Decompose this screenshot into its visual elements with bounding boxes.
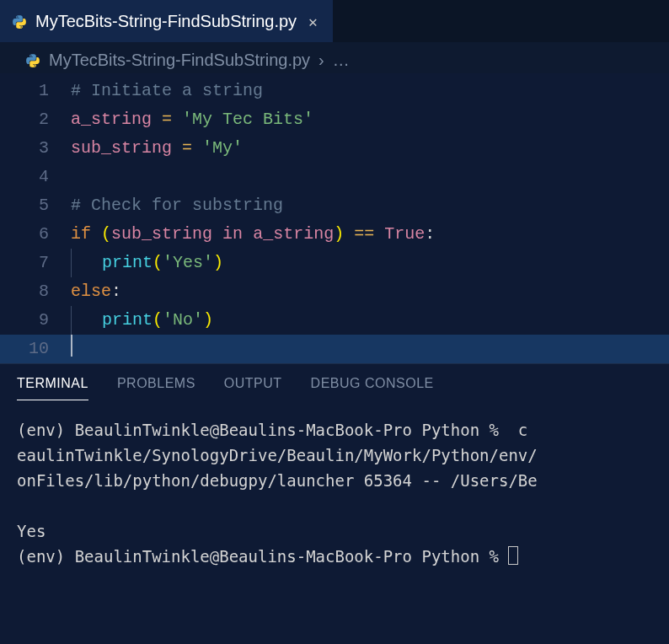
- code-token: [243, 224, 253, 244]
- python-icon: [12, 14, 27, 30]
- terminal-line: eaulinTwinkle/SynologyDrive/Beaulin/MyWo…: [17, 443, 652, 468]
- code-content[interactable]: print('Yes'): [71, 249, 669, 277]
- tab-label: MyTecBits-String-FindSubString.py: [35, 12, 297, 31]
- line-number: 1: [0, 77, 71, 105]
- line-number: 5: [0, 191, 71, 220]
- panel-tab-terminal[interactable]: TERMINAL: [17, 376, 88, 400]
- code-token: ): [213, 253, 223, 272]
- code-token: print: [102, 253, 153, 272]
- code-line[interactable]: 3sub_string = 'My': [0, 134, 669, 163]
- code-line[interactable]: 10: [0, 335, 669, 363]
- code-token: in: [222, 224, 243, 244]
- code-token: [152, 110, 162, 129]
- code-content[interactable]: else:: [71, 277, 669, 306]
- code-token: a_string: [253, 224, 334, 244]
- code-token: ): [203, 310, 213, 330]
- code-token: :: [111, 282, 121, 301]
- code-line[interactable]: 8else:: [0, 277, 669, 306]
- code-token: if: [71, 224, 91, 244]
- bottom-panel: TERMINALPROBLEMSOUTPUTDEBUG CONSOLE (env…: [0, 363, 669, 644]
- breadcrumb-file: MyTecBits-String-FindSubString.py: [49, 51, 310, 70]
- code-token: [212, 224, 222, 244]
- breadcrumb-rest: …: [333, 51, 350, 70]
- code-token: # Initiate a string: [71, 81, 263, 100]
- code-content[interactable]: [71, 335, 669, 363]
- code-token: (: [153, 310, 163, 330]
- code-token: sub_string: [71, 138, 172, 158]
- code-token: 'My Tec Bits': [182, 110, 313, 129]
- line-number: 3: [0, 134, 71, 163]
- chevron-right-icon: ›: [318, 51, 324, 70]
- code-token: [192, 138, 202, 158]
- code-token: a_string: [71, 110, 152, 129]
- code-line[interactable]: 2a_string = 'My Tec Bits': [0, 105, 669, 134]
- code-content[interactable]: if (sub_string in a_string) == True:: [71, 220, 669, 249]
- code-token: else: [71, 282, 111, 301]
- code-token: ==: [354, 224, 374, 244]
- indent-guide: [71, 306, 72, 335]
- code-line[interactable]: 6if (sub_string in a_string) == True:: [0, 220, 669, 249]
- line-number: 6: [0, 220, 71, 249]
- code-token: =: [162, 110, 172, 129]
- line-number: 10: [0, 335, 71, 363]
- code-token: [172, 110, 182, 129]
- code-token: =: [182, 138, 192, 158]
- terminal-prompt-line[interactable]: (env) BeaulinTwinkle@Beaulins-MacBook-Pr…: [17, 544, 652, 569]
- code-token: sub_string: [111, 224, 212, 244]
- code-line[interactable]: 1# Initiate a string: [0, 77, 669, 105]
- code-token: print: [102, 310, 153, 330]
- python-icon: [25, 53, 40, 68]
- code-line[interactable]: 4: [0, 163, 669, 191]
- text-cursor: [71, 335, 72, 357]
- terminal-output[interactable]: (env) BeaulinTwinkle@Beaulins-MacBook-Pr…: [0, 400, 669, 569]
- close-icon[interactable]: ✕: [305, 11, 321, 33]
- code-content[interactable]: sub_string = 'My': [71, 134, 669, 163]
- code-token: 'Yes': [163, 253, 213, 272]
- code-token: [374, 224, 384, 244]
- terminal-prompt: (env) BeaulinTwinkle@Beaulins-MacBook-Pr…: [17, 547, 508, 566]
- indent-guide: [71, 249, 72, 277]
- code-content[interactable]: print('No'): [71, 306, 669, 335]
- code-token: [344, 224, 354, 244]
- code-line[interactable]: 9 print('No'): [0, 306, 669, 335]
- line-number: 2: [0, 105, 71, 134]
- code-line[interactable]: 7 print('Yes'): [0, 249, 669, 277]
- code-token: ): [334, 224, 344, 244]
- breadcrumb[interactable]: MyTecBits-String-FindSubString.py › …: [0, 42, 669, 73]
- line-number: 9: [0, 306, 71, 335]
- code-token: 'No': [163, 310, 203, 330]
- terminal-line: [17, 493, 652, 518]
- terminal-cursor: [508, 546, 518, 565]
- code-token: (: [153, 253, 163, 272]
- code-token: (: [101, 224, 111, 244]
- line-number: 8: [0, 277, 71, 306]
- panel-tabs: TERMINALPROBLEMSOUTPUTDEBUG CONSOLE: [0, 364, 669, 400]
- code-token: 'My': [202, 138, 243, 158]
- code-editor[interactable]: 1# Initiate a string2a_string = 'My Tec …: [0, 73, 669, 363]
- code-token: True: [384, 224, 425, 244]
- editor-window: MyTecBits-String-FindSubString.py ✕ MyTe…: [0, 0, 669, 644]
- panel-tab-output[interactable]: OUTPUT: [224, 376, 282, 400]
- code-content[interactable]: # Initiate a string: [71, 77, 669, 105]
- terminal-line: Yes: [17, 518, 652, 544]
- tab-bar: MyTecBits-String-FindSubString.py ✕: [0, 0, 669, 42]
- panel-tab-debug[interactable]: DEBUG CONSOLE: [311, 376, 434, 400]
- code-content[interactable]: a_string = 'My Tec Bits': [71, 105, 669, 134]
- line-number: 7: [0, 249, 71, 277]
- panel-tab-problems[interactable]: PROBLEMS: [117, 376, 195, 400]
- code-token: :: [425, 224, 435, 244]
- code-token: [172, 138, 182, 158]
- code-line[interactable]: 5# Check for substring: [0, 191, 669, 220]
- code-content[interactable]: # Check for substring: [71, 191, 669, 220]
- code-token: # Check for substring: [71, 196, 283, 215]
- file-tab[interactable]: MyTecBits-String-FindSubString.py ✕: [0, 0, 333, 42]
- terminal-line: onFiles/lib/python/debugpy/launcher 6536…: [17, 468, 652, 493]
- terminal-line: (env) BeaulinTwinkle@Beaulins-MacBook-Pr…: [17, 417, 652, 443]
- code-token: [91, 224, 101, 244]
- line-number: 4: [0, 163, 71, 191]
